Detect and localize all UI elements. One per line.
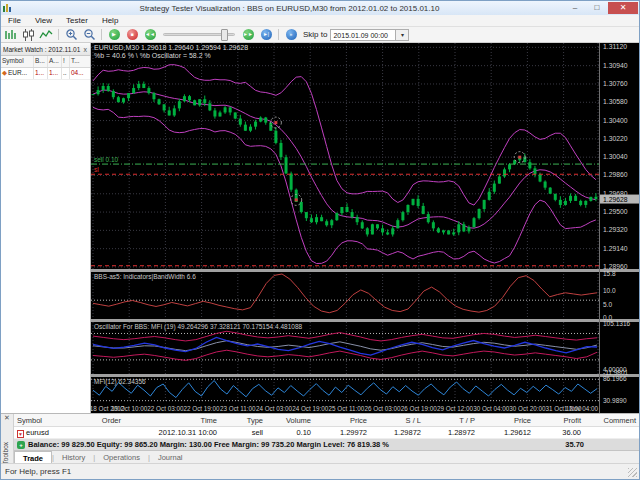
- svg-text:22 Oct 03:00: 22 Oct 03:00: [147, 405, 184, 412]
- chart-quote-header: EURUSD,M30 1.29618 1.29640 1.29594 1.296…: [94, 44, 248, 60]
- svg-text:1.30580: 1.30580: [603, 98, 628, 105]
- market-watch-panel: Market Watch : 2012.11.01 x Symbol B... …: [1, 43, 91, 413]
- status-bar: For Help, press F1: [1, 463, 639, 479]
- zoom-in-button[interactable]: [62, 28, 80, 42]
- rewind-icon: ◄◄: [145, 29, 156, 40]
- svg-text:1.29140: 1.29140: [603, 245, 628, 252]
- svg-text:1.28960: 1.28960: [603, 263, 628, 270]
- skip-button[interactable]: ►|: [257, 28, 275, 42]
- svg-text:1 Nov 04:00: 1 Nov 04:00: [564, 405, 598, 412]
- balance-line: Balance: 99 829.50 Equity: 99 865.20 Mar…: [28, 440, 389, 449]
- menu-view[interactable]: View: [28, 16, 59, 25]
- svg-text:1.30040: 1.30040: [603, 153, 628, 160]
- market-watch-close-icon[interactable]: x: [83, 46, 89, 53]
- svg-text:22 Oct 19:00: 22 Oct 19:00: [184, 405, 221, 412]
- svg-text:1.30940: 1.30940: [603, 62, 628, 69]
- svg-text:1.29860: 1.29860: [603, 171, 628, 178]
- strategy-tester-window: Strategy Tester Visualization : BBS on E…: [0, 0, 640, 480]
- svg-text:1.31120: 1.31120: [603, 43, 627, 50]
- svg-text:26 Oct 03:00: 26 Oct 03:00: [365, 405, 402, 412]
- svg-text:105.1316: 105.1316: [603, 320, 630, 327]
- balance-row: + Balance: 99 829.50 Equity: 99 865.20 M…: [14, 439, 639, 451]
- resize-grip[interactable]: [628, 468, 637, 477]
- window-title: Strategy Tester Visualization : BBS on E…: [15, 4, 564, 13]
- svg-text:1.29628: 1.29628: [603, 196, 628, 203]
- chart-header-line1: EURUSD,M30 1.29618 1.29640 1.29594 1.296…: [94, 44, 248, 52]
- svg-text:1.29320: 1.29320: [603, 226, 628, 233]
- svg-text:86.1966: 86.1966: [603, 375, 627, 382]
- col-order[interactable]: Order: [72, 416, 124, 425]
- pane-bandwidth-label: BBS-as5: Indicators|BandWidth 6.6: [94, 273, 196, 280]
- minimize-button[interactable]: –: [564, 2, 586, 14]
- skip-to-label: Skip to: [303, 30, 327, 39]
- mw-col-ask[interactable]: A...: [48, 56, 62, 67]
- line-chart-icon: [39, 29, 53, 41]
- balance-icon: +: [17, 441, 25, 449]
- svg-text:30 Oct 20:00: 30 Oct 20:00: [509, 405, 546, 412]
- chart-bars-button[interactable]: [1, 28, 19, 42]
- pane-mfi19-label: Oscillator For BBS: MFI (19) 49.264296 3…: [94, 323, 302, 330]
- mw-col-bid[interactable]: B...: [34, 56, 48, 67]
- col-time[interactable]: Time: [124, 416, 220, 425]
- col-type[interactable]: Type: [220, 416, 266, 425]
- zoom-in-icon: [65, 28, 78, 41]
- svg-text:30 Oct 04:00: 30 Oct 04:00: [473, 405, 510, 412]
- speed-slider-thumb[interactable]: [221, 29, 228, 41]
- svg-text:15.8: 15.8: [603, 270, 616, 277]
- col-price[interactable]: Price: [314, 416, 370, 425]
- skip-to-date-input[interactable]: 2015.01.09 00:00: [330, 29, 396, 41]
- toolbox-close-icon[interactable]: ✕: [4, 414, 10, 422]
- trade-table-row[interactable]: ▼eurusd 2012.10.31 10:00 sell 0.10 1.299…: [14, 427, 639, 439]
- svg-text:29 Oct 12:00: 29 Oct 12:00: [437, 405, 474, 412]
- mw-col-symbol[interactable]: Symbol: [1, 56, 34, 67]
- col-price2[interactable]: Price: [478, 416, 534, 425]
- toolbox-dock: ✕ Toolbox Symbol Order Time Type Volume …: [1, 413, 639, 463]
- speed-slider[interactable]: [163, 33, 235, 36]
- maximize-button[interactable]: □: [586, 2, 608, 14]
- zoom-out-button[interactable]: [80, 28, 98, 42]
- market-watch-row-eurusd[interactable]: ◆EUR... 1... 1... .. 04...: [1, 68, 90, 80]
- col-volume[interactable]: Volume: [266, 416, 314, 425]
- svg-text:30.9890: 30.9890: [603, 397, 627, 404]
- col-profit[interactable]: Profit: [534, 416, 584, 425]
- menu-tester[interactable]: Tester: [59, 16, 95, 25]
- col-comment[interactable]: Comment: [584, 416, 639, 425]
- svg-text:23 Oct 11:00: 23 Oct 11:00: [220, 405, 256, 412]
- app-icon: [3, 4, 12, 13]
- menubar: File View Tester Help: [1, 15, 639, 27]
- chart-canvas[interactable]: 18 Oct 201219 Oct 10:0022 Oct 03:0022 Oc…: [91, 43, 639, 413]
- stop-button[interactable]: ■: [123, 28, 141, 42]
- chart-candles-button[interactable]: [19, 28, 37, 42]
- svg-text:24 Oct 19:00: 24 Oct 19:00: [292, 405, 329, 412]
- svg-text:5.0: 5.0: [603, 301, 612, 308]
- mw-col-excl[interactable]: !: [62, 56, 70, 67]
- rewind-button[interactable]: ◄◄: [141, 28, 159, 42]
- svg-text:25 Oct 11:00: 25 Oct 11:00: [329, 405, 365, 412]
- symbol-icon: ◆: [2, 69, 7, 76]
- svg-text:1.29500: 1.29500: [603, 208, 628, 215]
- chart-line-button[interactable]: [37, 28, 55, 42]
- chart-header-line2: %b = 40.6 % \ %b Oscillator = 58.2 %: [94, 52, 248, 60]
- col-sl[interactable]: S / L: [370, 416, 424, 425]
- col-tp[interactable]: T / P: [424, 416, 478, 425]
- svg-text:19 Oct 10:00: 19 Oct 10:00: [111, 405, 148, 412]
- status-text: For Help, press F1: [5, 467, 71, 476]
- play-button[interactable]: ▶: [105, 28, 123, 42]
- sell-order-icon: ▼: [17, 430, 24, 438]
- skip-to-button[interactable]: »: [282, 28, 300, 42]
- menu-file[interactable]: File: [1, 16, 28, 25]
- svg-text:10.0: 10.0: [603, 287, 616, 294]
- mw-col-time[interactable]: T...: [70, 56, 86, 67]
- calendar-dropdown-button[interactable]: ▾: [396, 29, 409, 41]
- toolbar-separator: [101, 29, 102, 40]
- svg-text:1.30220: 1.30220: [603, 135, 628, 142]
- col-symbol[interactable]: Symbol: [14, 416, 72, 425]
- skip-to-icon: »: [286, 29, 297, 40]
- menu-help[interactable]: Help: [95, 16, 125, 25]
- titlebar: Strategy Tester Visualization : BBS on E…: [1, 1, 639, 15]
- trade-table-header: Symbol Order Time Type Volume Price S / …: [14, 414, 639, 427]
- close-button[interactable]: ✕: [608, 2, 638, 14]
- svg-text:24 Oct 03:00: 24 Oct 03:00: [256, 405, 293, 412]
- fast-forward-button[interactable]: ►►: [239, 28, 257, 42]
- svg-text:sell 0.10: sell 0.10: [94, 156, 119, 163]
